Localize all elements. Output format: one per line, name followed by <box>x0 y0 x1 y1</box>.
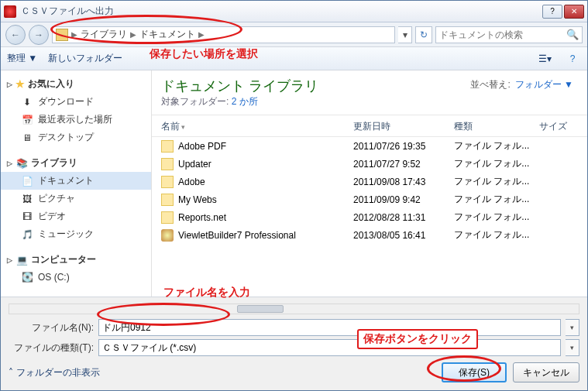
subfolder-label: 対象フォルダー: <box>161 96 232 107</box>
organize-menu[interactable]: 整理 ▼ <box>7 52 37 65</box>
sidebar-item-label: デスクトップ <box>38 131 94 144</box>
sidebar-item-downloads[interactable]: ⬇ダウンロード <box>1 93 151 111</box>
file-row[interactable]: Adobe PDF2011/07/26 19:35ファイル フォル... <box>152 137 587 155</box>
breadcrumb-dropdown[interactable]: ▾ <box>398 26 412 43</box>
file-row[interactable]: My Webs2011/09/09 9:42ファイル フォル... <box>152 190 587 208</box>
filename-input[interactable] <box>98 319 561 336</box>
column-headers: 名前▾ 更新日時 種類 サイズ <box>152 115 587 137</box>
hide-folders-label: フォルダーの非表示 <box>16 366 100 379</box>
folder-icon <box>161 176 174 188</box>
column-size[interactable]: サイズ <box>539 120 578 133</box>
hide-folders-toggle[interactable]: ˄ フォルダーの非表示 <box>9 366 100 379</box>
sidebar-item-documents[interactable]: 📄ドキュメント <box>1 172 151 190</box>
music-icon: 🎵 <box>21 228 33 241</box>
refresh-button[interactable]: ↻ <box>415 26 432 43</box>
sidebar-item-desktop[interactable]: 🖥デスクトップ <box>1 129 151 146</box>
column-type[interactable]: 種類 <box>454 120 539 133</box>
sidebar-item-label: ピクチャ <box>38 192 75 205</box>
toolbar: 整理 ▼ 新しいフォルダー ☰▾ ? <box>1 47 587 70</box>
breadcrumb[interactable]: ▶ ライブラリ ▶ ドキュメント ▶ <box>52 26 395 43</box>
sidebar-libraries-label: ライブラリ <box>31 156 77 170</box>
folder-icon <box>56 29 68 41</box>
video-icon: 🎞 <box>21 211 33 223</box>
chevron-right-icon: ▶ <box>130 30 136 39</box>
sidebar-favorites-header[interactable]: ▷ ★ お気に入り <box>1 75 151 93</box>
chevron-down-icon: ▷ <box>7 81 12 88</box>
file-type: ファイル フォル... <box>454 157 539 170</box>
nav-forward-button[interactable]: → <box>29 25 49 45</box>
sidebar-item-label: ミュージック <box>38 228 94 241</box>
sidebar-item-videos[interactable]: 🎞ビデオ <box>1 208 151 225</box>
save-panel: ファイル名(N): ▾ ファイルの種類(T): ▾ ˄ フォルダーの非表示 保存… <box>1 297 587 390</box>
recent-icon: 📅 <box>21 114 33 126</box>
file-type: ファイル フォル... <box>454 228 539 242</box>
desktop-icon: 🖥 <box>21 132 33 144</box>
chevron-down-icon: ▷ <box>7 256 12 264</box>
titlebar: ＣＳＶファイルへ出力 ? ✕ <box>1 1 587 22</box>
file-row[interactable]: ViewletBuilder7 Professional2013/08/05 1… <box>152 226 587 244</box>
library-icon: 📚 <box>15 157 28 170</box>
picture-icon: 🖼 <box>21 193 33 205</box>
file-date: 2011/07/27 9:52 <box>353 159 454 170</box>
filetype-label: ファイルの種類(T): <box>9 341 94 355</box>
chevron-right-icon: ▶ <box>71 30 77 39</box>
sidebar-computer-label: コンピューター <box>31 253 96 266</box>
filetype-dropdown[interactable]: ▾ <box>566 339 579 356</box>
sidebar-item-music[interactable]: 🎵ミュージック <box>1 225 151 243</box>
sidebar-libraries-header[interactable]: ▷ 📚 ライブラリ <box>1 154 151 172</box>
download-icon: ⬇ <box>21 96 33 108</box>
file-type: ファイル フォル... <box>454 193 539 206</box>
file-row[interactable]: Adobe2011/09/08 17:43ファイル フォル... <box>152 173 587 190</box>
search-input[interactable] <box>439 29 563 40</box>
file-date: 2012/08/28 11:31 <box>353 212 454 223</box>
new-folder-button[interactable]: 新しいフォルダー <box>48 52 122 65</box>
computer-icon: 💻 <box>15 254 28 266</box>
horizontal-scrollbar[interactable] <box>9 304 579 314</box>
breadcrumb-leaf[interactable]: ドキュメント <box>139 28 195 41</box>
sort-label: 並べ替え: <box>470 78 510 91</box>
file-name: My Webs <box>178 194 353 205</box>
column-date[interactable]: 更新日時 <box>353 120 454 133</box>
drive-icon: 💽 <box>21 271 33 283</box>
file-name: Adobe <box>178 177 353 187</box>
column-name[interactable]: 名前▾ <box>161 120 353 133</box>
subfolder-count[interactable]: 2 か所 <box>232 96 258 107</box>
close-button[interactable]: ✕ <box>564 5 584 19</box>
sidebar-item-pictures[interactable]: 🖼ピクチャ <box>1 190 151 208</box>
sidebar-item-label: 最近表示した場所 <box>38 113 112 126</box>
file-date: 2013/08/05 16:41 <box>353 230 454 241</box>
app-icon <box>4 5 16 18</box>
cancel-button[interactable]: キャンセル <box>513 362 579 382</box>
sidebar-item-label: ビデオ <box>38 210 66 223</box>
nav-bar: ← → ▶ ライブラリ ▶ ドキュメント ▶ ▾ ↻ 🔍 <box>1 22 587 47</box>
file-date: 2011/09/08 17:43 <box>353 177 454 187</box>
sidebar-item-label: OS (C:) <box>38 272 70 283</box>
filename-dropdown[interactable]: ▾ <box>566 319 579 336</box>
save-button[interactable]: 保存(S) <box>442 362 507 382</box>
sort-dropdown[interactable]: フォルダー ▼ <box>515 78 573 91</box>
sidebar: ▷ ★ お気に入り ⬇ダウンロード 📅最近表示した場所 🖥デスクトップ ▷ 📚 … <box>1 70 152 297</box>
star-icon: ★ <box>15 78 25 90</box>
file-name: Updater <box>178 159 353 170</box>
file-type: ファイル フォル... <box>454 211 539 224</box>
file-row[interactable]: Reports.net2012/08/28 11:31ファイル フォル... <box>152 208 587 226</box>
folder-icon <box>161 194 174 206</box>
filetype-select[interactable] <box>98 339 561 356</box>
file-name: Reports.net <box>178 212 353 223</box>
help-button[interactable]: ? <box>542 5 562 19</box>
help-icon[interactable]: ? <box>564 50 581 67</box>
window-title: ＣＳＶファイルへ出力 <box>21 5 542 18</box>
breadcrumb-root[interactable]: ライブラリ <box>81 28 127 41</box>
sidebar-item-os-drive[interactable]: 💽OS (C:) <box>1 269 151 286</box>
filename-label: ファイル名(N): <box>9 321 94 334</box>
sidebar-computer-header[interactable]: ▷ 💻 コンピューター <box>1 251 151 269</box>
file-row[interactable]: Updater2011/07/27 9:52ファイル フォル... <box>152 155 587 173</box>
document-icon: 📄 <box>21 175 33 187</box>
view-options-button[interactable]: ☰▾ <box>536 50 553 67</box>
file-name: ViewletBuilder7 Professional <box>178 230 353 241</box>
file-date: 2011/09/09 9:42 <box>353 194 454 205</box>
sidebar-item-recent[interactable]: 📅最近表示した場所 <box>1 111 151 129</box>
search-box[interactable]: 🔍 <box>435 26 583 43</box>
nav-back-button[interactable]: ← <box>5 25 26 45</box>
file-list: Adobe PDF2011/07/26 19:35ファイル フォル...Upda… <box>152 137 587 297</box>
